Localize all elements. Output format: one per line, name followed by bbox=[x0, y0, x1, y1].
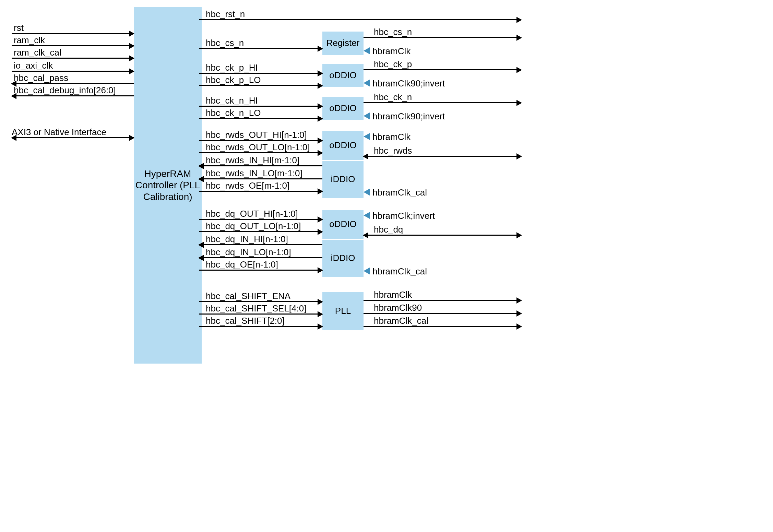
oddio-rwds-block: oDDIO bbox=[322, 131, 364, 160]
hyperram-diagram: HyperRAM Controller (PLL Calibration) rs… bbox=[7, 7, 528, 370]
controller-label: HyperRAM Controller (PLL Calibration) bbox=[135, 168, 200, 203]
rwds-o-clk-icon bbox=[364, 133, 370, 140]
lbl-hbramclkcal: hbramClk_cal bbox=[374, 316, 428, 326]
lbl-rwds-out-lo: hbc_rwds_OUT_LO[n-1:0] bbox=[206, 142, 310, 153]
oddio-dq-block: oDDIO bbox=[322, 210, 364, 239]
lbl-rwds-in-lo: hbc_rwds_IN_LO[m-1:0] bbox=[206, 168, 302, 179]
ckn-clk-lbl: hbramClk90;invert bbox=[372, 111, 445, 122]
oddio-ckn-block: oDDIO bbox=[322, 97, 364, 120]
lbl-cal-shift-ena: hbc_cal_SHIFT_ENA bbox=[206, 291, 290, 302]
lbl-dq-right: hbc_dq bbox=[374, 224, 403, 235]
lbl-hbramclk: hbramClk bbox=[374, 289, 412, 300]
lbl-ckp-hi: hbc_ck_p_HI bbox=[206, 62, 258, 73]
lbl-dq-in-hi: hbc_dq_IN_HI[n-1:0] bbox=[206, 234, 288, 245]
ckp-clk-icon bbox=[364, 80, 370, 86]
rwds-i-clk-icon bbox=[364, 189, 370, 196]
rwds-i-clk-lbl: hbramClk_cal bbox=[372, 187, 427, 198]
ckp-clk-lbl: hbramClk90;invert bbox=[372, 78, 445, 89]
lbl-dq-out-hi: hbc_dq_OUT_HI[n-1:0] bbox=[206, 209, 298, 219]
register-label: Register bbox=[326, 38, 360, 48]
lbl-hbc-cal-pass: hbc_cal_pass bbox=[14, 73, 68, 83]
lbl-ram-clk-cal: ram_clk_cal bbox=[14, 47, 61, 58]
lbl-hbc-cal-debug: hbc_cal_debug_info[26:0] bbox=[14, 85, 116, 96]
dq-o-clk-icon bbox=[364, 212, 370, 219]
lbl-axi3: AXI3 or Native Interface bbox=[12, 127, 106, 138]
oddio-dq-label: oDDIO bbox=[329, 219, 356, 229]
lbl-ckp-lo: hbc_ck_p_LO bbox=[206, 75, 261, 85]
lbl-dq-oe: hbc_dq_OE[n-1:0] bbox=[206, 259, 278, 270]
lbl-cal-shift: hbc_cal_SHIFT[2:0] bbox=[206, 316, 285, 326]
lbl-rwds-out-hi: hbc_rwds_OUT_HI[n-1:0] bbox=[206, 130, 307, 140]
lbl-cal-shift-sel: hbc_cal_SHIFT_SEL[4:0] bbox=[206, 303, 306, 314]
lbl-rst: rst bbox=[14, 23, 24, 33]
register-block: Register bbox=[322, 32, 364, 55]
dq-i-clk-lbl: hbramClk_cal bbox=[372, 266, 427, 277]
lbl-ckn-right: hbc_ck_n bbox=[374, 92, 412, 103]
lbl-ckp-right: hbc_ck_p bbox=[374, 59, 412, 70]
rwds-o-clk-lbl: hbramClk bbox=[372, 132, 411, 142]
lbl-ckn-lo: hbc_ck_n_LO bbox=[206, 108, 261, 118]
lbl-rwds-oe: hbc_rwds_OE[m-1:0] bbox=[206, 180, 289, 191]
pll-label: PLL bbox=[335, 306, 351, 316]
oddio-ckp-block: oDDIO bbox=[322, 64, 364, 87]
oddio-ckn-label: oDDIO bbox=[329, 103, 356, 114]
dq-o-clk-lbl: hbramClk;invert bbox=[372, 211, 435, 221]
oddio-rwds-label: oDDIO bbox=[329, 140, 356, 151]
lbl-io-axi-clk: io_axi_clk bbox=[14, 60, 53, 71]
iddio-rwds-label: iDDIO bbox=[331, 174, 355, 185]
lbl-rwds-in-hi: hbc_rwds_IN_HI[m-1:0] bbox=[206, 155, 299, 166]
lbl-cs-n-mid: hbc_cs_n bbox=[206, 38, 244, 48]
lbl-cs-n-right: hbc_cs_n bbox=[374, 27, 412, 37]
iddio-dq-label: iDDIO bbox=[331, 253, 355, 263]
lbl-hbc-rst-n: hbc_rst_n bbox=[206, 9, 245, 20]
ckn-clk-icon bbox=[364, 113, 370, 119]
lbl-ram-clk: ram_clk bbox=[14, 35, 45, 46]
lbl-ckn-hi: hbc_ck_n_HI bbox=[206, 95, 258, 106]
reg-clk-lbl: hbramClk bbox=[372, 46, 411, 57]
lbl-dq-out-lo: hbc_dq_OUT_LO[n-1:0] bbox=[206, 221, 301, 232]
pll-block: PLL bbox=[322, 292, 364, 330]
sig-rst bbox=[12, 33, 134, 34]
iddio-rwds-block: iDDIO bbox=[322, 161, 364, 198]
iddio-dq-block: iDDIO bbox=[322, 240, 364, 277]
lbl-dq-in-lo: hbc_dq_IN_LO[n-1:0] bbox=[206, 247, 291, 258]
controller-block: HyperRAM Controller (PLL Calibration) bbox=[134, 7, 202, 364]
oddio-ckp-label: oDDIO bbox=[329, 70, 356, 81]
sig-hbc-rst-n bbox=[199, 19, 521, 20]
lbl-hbramclk90: hbramClk90 bbox=[374, 303, 422, 313]
dq-i-clk-icon bbox=[364, 268, 370, 274]
lbl-rwds-right: hbc_rwds bbox=[374, 145, 412, 156]
reg-clk-icon bbox=[364, 47, 370, 54]
